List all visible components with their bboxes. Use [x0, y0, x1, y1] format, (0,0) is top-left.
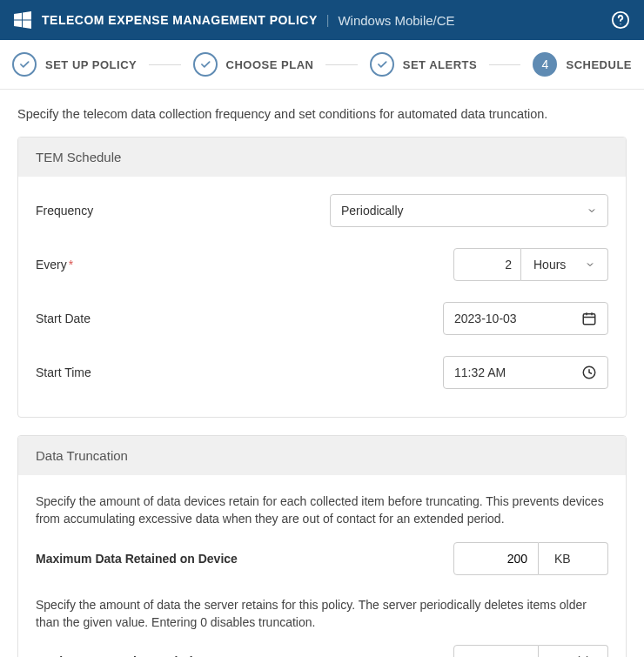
max-data-unit: KB — [539, 542, 608, 575]
check-icon — [12, 52, 37, 77]
step-choose-plan[interactable]: CHOOSE PLAN — [193, 52, 314, 77]
every-value-input[interactable] — [453, 248, 521, 281]
every-label: Every* — [36, 258, 453, 272]
every-unit-select[interactable]: Hours — [521, 248, 608, 281]
header-bar: TELECOM EXPENSE MANAGEMENT POLICY | Wind… — [0, 0, 644, 40]
start-date-value: 2023-10-03 — [454, 312, 517, 325]
frequency-label: Frequency — [36, 204, 330, 218]
step-schedule[interactable]: 4 SCHEDULE — [533, 52, 632, 77]
step-connector — [149, 64, 180, 65]
max-data-label: Maximum Data Retained on Device — [36, 552, 453, 566]
start-time-input[interactable]: 11:32 AM — [443, 356, 608, 389]
every-unit-value: Hours — [533, 258, 566, 272]
svg-point-5 — [620, 23, 621, 24]
svg-marker-0 — [14, 13, 22, 20]
start-date-label: Start Date — [36, 312, 443, 325]
page-subtitle: Windows Mobile/CE — [338, 13, 454, 28]
windows-icon — [14, 11, 31, 29]
step-connector — [489, 64, 520, 65]
title-divider: | — [326, 13, 330, 27]
step-connector — [325, 64, 357, 65]
start-time-value: 11:32 AM — [454, 365, 506, 379]
svg-marker-2 — [14, 21, 22, 28]
truncation-device-desc: Specify the amount of data devices retai… — [36, 482, 608, 532]
card-title: Data Truncation — [18, 436, 626, 475]
data-truncation-card: Data Truncation Specify the amount of da… — [17, 435, 627, 657]
step-number-icon: 4 — [533, 52, 557, 77]
page-title: TELECOM EXPENSE MANAGEMENT POLICY — [42, 13, 318, 27]
svg-rect-6 — [583, 314, 595, 325]
help-icon[interactable] — [611, 10, 630, 30]
card-title: TEM Schedule — [18, 137, 626, 177]
clock-icon — [581, 365, 597, 380]
chevron-down-icon — [587, 205, 597, 216]
frequency-select[interactable]: Periodically — [330, 194, 608, 227]
wizard-stepper: SET UP POLICY CHOOSE PLAN SET ALERTS 4 S… — [0, 40, 644, 90]
check-icon — [193, 52, 218, 77]
content-area: Specify the telecom data collection freq… — [0, 90, 644, 657]
intro-text: Specify the telecom data collection freq… — [17, 107, 627, 121]
calendar-icon — [581, 311, 597, 326]
svg-marker-3 — [23, 21, 31, 30]
check-icon — [370, 52, 394, 77]
start-date-input[interactable]: 2023-10-03 — [443, 302, 608, 335]
svg-marker-1 — [23, 11, 31, 20]
max-retention-input[interactable] — [453, 645, 539, 657]
max-retention-unit: Day(s) — [539, 645, 608, 657]
start-time-label: Start Time — [36, 365, 443, 379]
frequency-value: Periodically — [341, 204, 404, 218]
step-set-alerts[interactable]: SET ALERTS — [370, 52, 477, 77]
chevron-down-icon — [585, 259, 595, 270]
step-setup-policy[interactable]: SET UP POLICY — [12, 52, 137, 77]
truncation-server-desc: Specify the amount of data the server re… — [36, 586, 608, 635]
tem-schedule-card: TEM Schedule Frequency Periodically Ever… — [17, 137, 627, 418]
max-data-input[interactable] — [453, 542, 539, 575]
